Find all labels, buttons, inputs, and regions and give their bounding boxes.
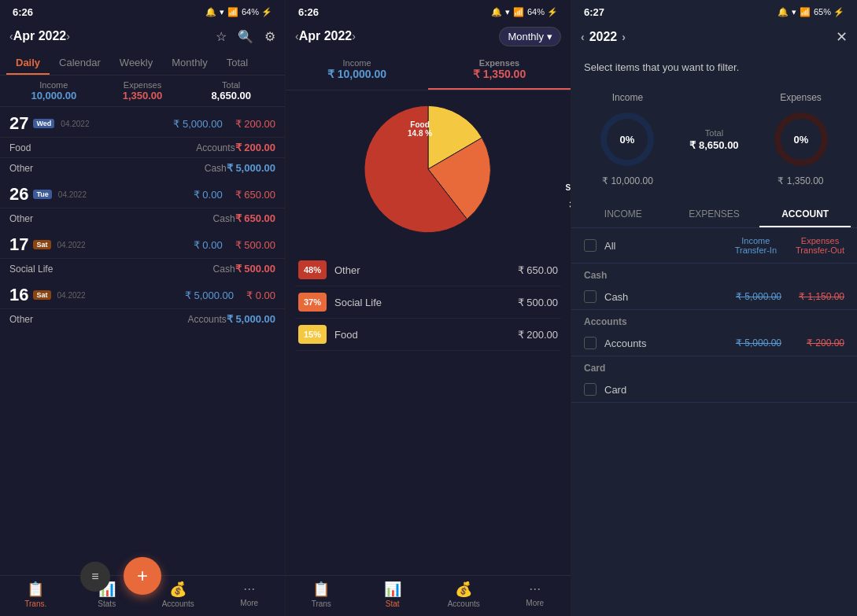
- income-transfer-label: Income Transfer-In: [735, 236, 777, 255]
- income-donut-label: Income: [612, 92, 643, 103]
- status-icons-3: 🔔 ▾ 📶 65% ⚡: [778, 7, 844, 17]
- transaction-list[interactable]: 27 Wed 04.2022 ₹ 5,000.00 ₹ 200.00 Food …: [0, 107, 285, 575]
- trans-category: Social Life: [9, 264, 213, 275]
- legend-item-other[interactable]: 48% Other ₹ 650.00: [295, 254, 561, 286]
- trans-item[interactable]: Other Accounts ₹ 5,000.00: [0, 308, 285, 329]
- date-header-16: 16 Sat 04.2022 ₹ 5,000.00 ₹ 0.00: [0, 278, 285, 308]
- trans-item[interactable]: Other Cash ₹ 5,000.00: [0, 157, 285, 178]
- filter-tab-expenses[interactable]: EXPENSES: [669, 202, 760, 227]
- trans-account: Cash: [205, 163, 227, 174]
- bottom-nav-1: ≡ + 📋 Trans. 📊 Stats 💰 Accounts ··· More: [0, 575, 285, 616]
- filter-prev-btn[interactable]: ‹: [581, 31, 585, 43]
- tab-monthly[interactable]: Monthly: [162, 50, 217, 75]
- legend-item-sociallife[interactable]: 37% Social Life ₹ 500.00: [295, 286, 561, 319]
- panel-transactions: 6:26 🔔 ▾ 📶 64% ⚡ ‹ Apr 2022 › ☆ 🔍 ⚙ Dail…: [0, 0, 286, 616]
- nav-item-trans-2[interactable]: 📋 Trans: [286, 581, 357, 608]
- cash-name: Cash: [604, 291, 718, 303]
- trans-label: Trans.: [24, 599, 46, 608]
- filter-cash-row[interactable]: Cash ₹ 5,000.00 ₹ 1,150.00: [571, 284, 857, 310]
- chevron-down-icon: ▾: [547, 31, 552, 42]
- stats-icon-2: 📊: [384, 581, 401, 598]
- tab-weekly[interactable]: Weekly: [110, 50, 162, 75]
- svg-text:0%: 0%: [793, 134, 808, 146]
- monthly-dropdown[interactable]: Monthly ▾: [499, 27, 561, 46]
- summary-row-1: Income 10,000.00 Expenses 1,350.00 Total…: [0, 76, 285, 107]
- filter-tab-account[interactable]: ACCOUNT: [759, 202, 851, 227]
- accounts-icon-2: 💰: [455, 581, 472, 598]
- nav-item-trans[interactable]: 📋 Trans.: [0, 581, 72, 608]
- summary-expenses: Expenses 1,350.00: [98, 80, 187, 101]
- battery-icon-2: 64% ⚡: [527, 7, 558, 17]
- accounts-checkbox[interactable]: [584, 337, 597, 349]
- notification-icon-3: 🔔: [778, 7, 789, 17]
- date-amounts-17: ₹ 0.00 ₹ 500.00: [194, 239, 275, 251]
- filter-card-row[interactable]: Card: [571, 377, 857, 403]
- status-bar-1: 6:26 🔔 ▾ 📶 64% ⚡: [0, 0, 285, 22]
- favorite-icon[interactable]: ☆: [216, 29, 227, 44]
- filter-next-btn[interactable]: ›: [622, 31, 626, 43]
- legend-amount-other: ₹ 650.00: [518, 264, 558, 276]
- tab-daily[interactable]: Daily: [6, 50, 50, 75]
- trans-amount: ₹ 200.00: [235, 142, 275, 153]
- nav-item-more[interactable]: ··· More: [214, 581, 286, 608]
- income-tab[interactable]: Income ₹ 10,000.00: [286, 50, 428, 90]
- expenses-tab-value: ₹ 1,350.00: [436, 68, 563, 80]
- cash-checkbox[interactable]: [584, 290, 597, 303]
- all-checkbox[interactable]: [584, 239, 597, 252]
- nav-item-stats-2[interactable]: 📊 Stat: [357, 581, 429, 608]
- nav-item-more-2[interactable]: ··· More: [500, 581, 571, 608]
- date-sub-17: 04.2022: [57, 241, 86, 249]
- card-checkbox[interactable]: [584, 383, 597, 396]
- panel-filter: 6:27 🔔 ▾ 📶 65% ⚡ ‹ 2022 › ✕ Select items…: [571, 0, 857, 616]
- next-month-btn[interactable]: ›: [66, 30, 70, 42]
- month-title-2: Apr 2022: [299, 29, 353, 43]
- date-amounts-26: ₹ 0.00 ₹ 650.00: [194, 189, 275, 201]
- trans-account: Cash: [213, 264, 235, 275]
- tab-total[interactable]: Total: [217, 50, 257, 75]
- pie-label-sociallife: Social Life37.0 %: [566, 183, 571, 218]
- month-title-1: Apr 2022: [13, 29, 67, 43]
- notification-icon-2: 🔔: [491, 7, 502, 17]
- nav-icons-1: ☆ 🔍 ⚙: [216, 29, 275, 44]
- date-badge-17: Sat: [33, 240, 50, 249]
- add-transaction-btn[interactable]: +: [124, 557, 161, 595]
- date-badge-16: Sat: [33, 290, 50, 300]
- legend-item-food[interactable]: 15% Food ₹ 200.00: [295, 319, 561, 351]
- wifi-icon-3: ▾: [792, 7, 796, 17]
- expenses-label: Expenses: [98, 80, 187, 90]
- nav-item-accounts-2[interactable]: 💰 Accounts: [428, 581, 500, 608]
- date-num-17: 17: [9, 234, 28, 255]
- filter-tab-income[interactable]: INCOME: [578, 202, 669, 227]
- date-group-26: 26 Tue 04.2022 ₹ 0.00 ₹ 650.00 Other Cas…: [0, 178, 285, 228]
- expenses-tab[interactable]: Expenses ₹ 1,350.00: [428, 50, 571, 90]
- filter-accounts-row[interactable]: Accounts ₹ 5,000.00 ₹ 200.00: [571, 330, 857, 356]
- tab-calendar[interactable]: Calendar: [50, 50, 110, 75]
- day17-expense: ₹ 500.00: [235, 239, 275, 251]
- income-donut: 0%: [596, 108, 659, 171]
- date-sub-27: 04.2022: [61, 120, 89, 128]
- date-group-27: 27 Wed 04.2022 ₹ 5,000.00 ₹ 200.00 Food …: [0, 107, 285, 178]
- trans-category: Other: [9, 213, 213, 224]
- total-value: 8,650.00: [187, 90, 275, 101]
- day16-income: ₹ 5,000.00: [185, 290, 234, 301]
- total-donut-value: ₹ 8,650.00: [689, 139, 738, 151]
- next-month-btn-2[interactable]: ›: [352, 30, 356, 42]
- date-badge-26: Tue: [33, 190, 51, 199]
- expenses-donut-label: Expenses: [780, 92, 822, 103]
- trans-item[interactable]: Other Cash ₹ 650.00: [0, 208, 285, 228]
- accounts-icon: 💰: [169, 581, 187, 598]
- more-icon: ···: [243, 581, 255, 597]
- signal-icon-3: 📶: [800, 7, 811, 17]
- trans-item[interactable]: Food Accounts ₹ 200.00: [0, 137, 285, 157]
- trans-item[interactable]: Social Life Cash ₹ 500.00: [0, 258, 285, 278]
- date-group-16: 16 Sat 04.2022 ₹ 5,000.00 ₹ 0.00 Other A…: [0, 278, 285, 329]
- stats-label-2: Stat: [386, 599, 400, 608]
- day26-income: ₹ 0.00: [194, 189, 223, 201]
- wifi-icon: ▾: [220, 7, 224, 17]
- search-icon[interactable]: 🔍: [238, 29, 253, 44]
- filter-close-btn[interactable]: ✕: [836, 28, 848, 46]
- secondary-fab-btn[interactable]: ≡: [80, 562, 110, 592]
- filter-icon[interactable]: ⚙: [264, 29, 275, 44]
- legend-pct-sociallife: 37%: [298, 293, 327, 312]
- accounts-expense: ₹ 200.00: [781, 338, 844, 349]
